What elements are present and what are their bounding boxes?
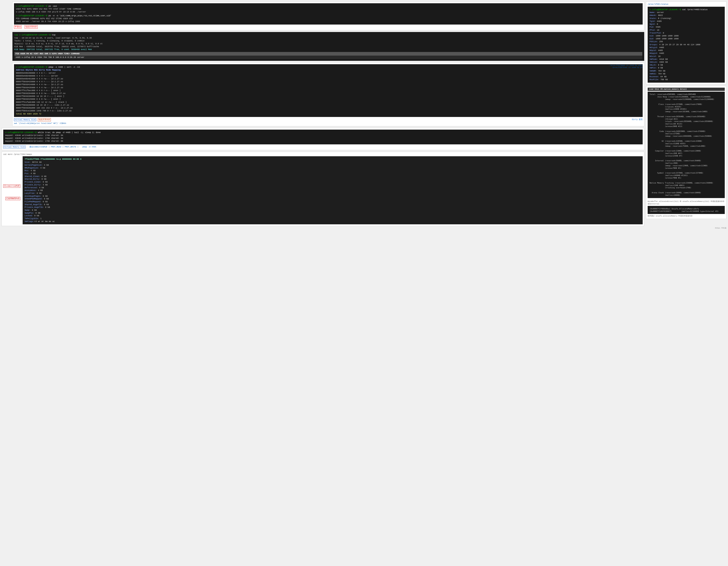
pmap-row: 00007fbb5d20a000 164 152 152 0 r-x-- ld-… [16, 107, 641, 109]
smaps-committed-label: 已committed内存 [3, 184, 20, 188]
smaps-content: 7f3a361ff000-7f3a38000000 rw-p 00000000 … [23, 156, 643, 225]
smaps-field: Size: 30724 kB [25, 161, 641, 164]
top-line5: KiB Swap: 2097152 total, 2097152 free, 0… [14, 48, 642, 51]
top-line4: KiB Mem : 6308298 total, 3825792 free, 2… [14, 45, 642, 48]
pmap-vm-note: Virtual Memory Size [14, 118, 36, 121]
proc-status-field: Pid: 4405 [650, 26, 723, 29]
top-table-row: 4405 v-infuq 20 0 4384 764 700 R 100.0 0… [14, 56, 642, 59]
proc-status-field: FDSize: 256 [650, 40, 723, 43]
jcmd-title: jcmd 5912 VM.native_memory detail [648, 88, 725, 91]
smaps-field: Private_Clean: 0 kB [25, 181, 641, 183]
smaps-field: AnonHugePages: 0 kB [25, 195, 641, 198]
proc-status-field: TracerPid: 0 [650, 32, 723, 35]
pmap-row: 00007fbb5d206000 16 16 16 r---- [ anon ] [16, 95, 641, 98]
proc-status-field: NSpgid: 4405 [650, 52, 723, 55]
top-table-header: PID USER PR NI VIRT RES SHR S %CPU %MEM … [14, 52, 642, 56]
proc-status-prompt: v-infuq@DESKTOP-LE3U64R:~$ [650, 8, 682, 11]
proc-status-field: VmLck: 0 kB [650, 64, 723, 67]
proc-status-field: NSsid: 10 [650, 55, 723, 58]
ps-prompt2: v-infuq@DESKTOP-LE3U64R:~$ [16, 15, 49, 17]
jcmd-note3: 程序通过 unsafe.allocateMemory 申请的0M直接内存 [648, 215, 725, 217]
proc-status-field: RssAnon: 64 kB [650, 75, 723, 78]
smaps-field: LazyFree: 0 kB [25, 192, 641, 195]
smaps-field: MMUPageSize: 4 kB [25, 167, 641, 169]
proc-status-cmd: cat /proc/4405/status [682, 8, 707, 11]
smaps-field: Private_Dirty: 4 kB [25, 183, 641, 186]
proc-status-label: /proc/<PID>/status [648, 3, 668, 5]
smaps-field: Private_HugeTlb: 0 kB [25, 206, 641, 209]
pmap-cmd: pmap -x 4405 | sort -n -k3 [49, 66, 80, 68]
smaps-header: 7f3a361ff000-7f3a38000000 rw-p 00000000 … [25, 158, 641, 161]
pmap-cmd-note: awk '{Total+=$2}END{print Total/1024" MB… [14, 123, 66, 124]
ps-note2: 包括共享内存 [25, 25, 38, 29]
smaps-field: Locked: 0 kB [25, 214, 641, 217]
proc-status-field: VmHWM: 764 kB [650, 70, 723, 72]
dmap-row: mapped: 4384K writeable/private: 176K sh… [5, 134, 641, 137]
top-prompt2: v-infuq@DESKTOP-LE3U64R:~$ [19, 34, 52, 36]
ps-row2: 4405 server ./server 99.9 764 4384 19:15… [16, 20, 641, 23]
smaps-field: KernelPageSize: 4 kB [25, 164, 641, 167]
ps-cmd1: ps -aux [49, 5, 57, 7]
smaps-field: Referenced: 4 kB [25, 186, 641, 189]
pmap-dirty-note: Dirty 脏页 [632, 118, 643, 121]
smaps-cmd-label: cat more /proc/7284/smaps [3, 153, 643, 155]
pmap-row: 000055e66b200000 4 4 0 r-- server [16, 72, 641, 75]
jcmd-note2: [0x00007f2f084d0ba] Unsafe_AllocateMemor… [648, 206, 725, 214]
pmap-row: 00007fbb5d200000 16 16 16 r---- libc-2.2… [16, 104, 641, 107]
dmap-row: mapped: 4384K writeable/private: 176K sh… [5, 137, 641, 140]
pmap-row: 000055e66b400000 4 4 4 r---- server [16, 75, 641, 77]
proc-status-field: NSpid: 4405 [650, 49, 723, 52]
proc-status-field: Gid: 1000 1000 1000 1000 [650, 37, 723, 40]
pmap-row: 00007fbb5d204000 8 8 8 rw--- libc-2.27.s… [16, 92, 641, 95]
dmap-row: mapped: 4384K writeable/private: 176K sh… [5, 140, 641, 143]
top-line1: top - 19:16:34 up 21:35, 0 users, load a… [14, 37, 642, 39]
proc-status-field: PPid: 10 [650, 29, 723, 32]
pmap-row: 00007fbb5d434000 4 4 4 rw--- ld-2.27.so [16, 83, 641, 86]
pmap-note-right: ./proc/PID/maps is used by pmap /proc/PI… [609, 64, 643, 68]
ps-cmd2: ps -e -o 'pid,comm,args,pcpu,rsz,vsz,sti… [49, 15, 111, 17]
proc-status-field: NStgid: 4405 [650, 46, 723, 49]
footer: ESSai 学长版 [2, 227, 726, 229]
pmap-row: 00007ffe1fadc000 132 12 12 rw--- [ stack… [16, 101, 641, 104]
ps-note1: 申请KB [14, 25, 21, 29]
pmap-row: 00007fbb5d435000 4 4 4 rw--- ld-2.27.so [16, 86, 641, 89]
pmap-row: 00007ffe1fbec000 4 4 0 r-x-- [ anon ] [16, 89, 641, 92]
dmap-prompt: v-infuq@DESKTOP-LE3U64R:~$ [5, 131, 38, 134]
pmap-row: total kB 4384 1028 72 [16, 113, 641, 115]
ps-header2: PID COMMAND COMMAND %CPU RSZ VSZ STIME U… [16, 17, 641, 20]
smaps-field: VmFlags:rd wr mr mw me ac [25, 220, 641, 223]
smaps-field: Shared_Clean: 0 kB [25, 175, 641, 178]
smaps-field: ShmemPmdMapped: 0 kB [25, 197, 641, 200]
pmap-shared-note: 包括共享内存 [38, 118, 51, 121]
pmap-row: 000055e66b401000 4 4 4 rw--- ld-2.27.so [16, 77, 641, 80]
top-cmd: top [52, 34, 55, 36]
pmap-row: 00007fbb5d429000 8 8 8 rw--- [ anon ] [16, 98, 641, 101]
ps-row1: v-infuq 4405 108 0.0 4384 764 pts/0 R+ 1… [16, 11, 641, 13]
pmap-row: 00007fbb5ce19000 1948 796 0 r-x-- libc-2… [16, 109, 641, 112]
pmap-header: Address Kbytes RSS Dirty Mode Mapping [16, 69, 641, 72]
proc-status-field: Groups: 4 20 24 25 27 29 30 44 46 114 10… [650, 43, 723, 46]
dmap-note: 通过committed内存 | PROT_READ | PROT_WRITE | [29, 146, 78, 148]
proc-status-field: VmSize: 4384 kB [650, 61, 723, 64]
smaps-field: Shared_Dirty: 0 kB [25, 178, 641, 181]
smaps-used-label: 已使用物理内存 [5, 197, 20, 200]
smaps-field: Pss: 4 kB [25, 172, 641, 175]
pmap-rows: 000055e66b200000 4 4 0 r-- server000055e… [16, 72, 641, 115]
smaps-field: Rss: 4 kB [25, 169, 641, 172]
smaps-field: Shared_HugeTlb: 0 kB [25, 203, 641, 206]
proc-status-field: State: R (running) [650, 17, 723, 20]
proc-status-field: VmPeak: 4416 kB [650, 58, 723, 61]
proc-status-field: VmPin: 0 kB [650, 67, 723, 69]
smaps-field: FilePmdMapped: 0 kB [25, 200, 641, 203]
proc-status-fields: Name: serverUmask: 0022State: R (running… [650, 11, 723, 81]
proc-status-field: Tgid: 4405 [650, 20, 723, 23]
dmap-cmd2: pmap -d 4405 [82, 146, 96, 148]
smaps-field: THPeligible: 1 [25, 217, 641, 220]
dmap-rows: mapped: 4384K writeable/private: 176K sh… [5, 134, 641, 143]
proc-status-field: VmRSS: 764 kB [650, 72, 723, 75]
proc-status-field: RssFile: 700 kB [650, 78, 723, 81]
pmap-row: 00007fbb5d433000 4 4 4 r---- ld-2.27.so [16, 80, 641, 83]
proc-status-field: Uid: 1000 1000 1000 1000 [650, 35, 723, 37]
jcmd-note1: ByteBuffer.allocateDirect(512) 和 unsafe.… [648, 199, 725, 205]
proc-status-field: Name: server [650, 11, 723, 14]
